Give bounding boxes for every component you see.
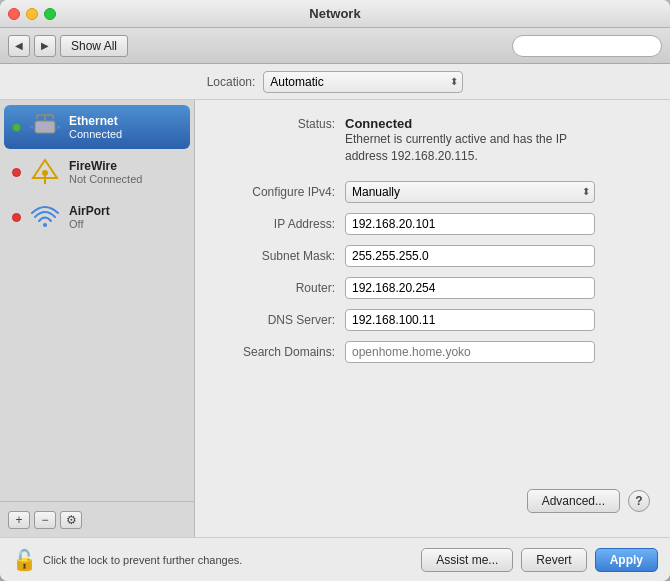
window-title: Network: [309, 6, 360, 21]
airport-name: AirPort: [69, 204, 182, 218]
back-button[interactable]: ◀: [8, 35, 30, 57]
close-button[interactable]: [8, 8, 20, 20]
bottom-bar: 🔓 Click the lock to prevent further chan…: [0, 537, 670, 581]
dns-input[interactable]: [345, 309, 595, 331]
firewire-icon: [29, 156, 61, 188]
ethernet-status: Connected: [69, 128, 182, 140]
dns-label: DNS Server:: [215, 312, 345, 327]
svg-point-11: [42, 170, 48, 176]
airport-item-text: AirPort Off: [69, 204, 182, 230]
search-domains-row: Search Domains:: [215, 341, 650, 363]
airport-status-dot: [12, 213, 21, 222]
firewire-item-text: FireWire Not Connected: [69, 159, 182, 185]
ip-label: IP Address:: [215, 216, 345, 231]
status-description: Ethernet is currently active and has the…: [345, 131, 605, 165]
subnet-row: Subnet Mask:: [215, 245, 650, 267]
title-bar: Network: [0, 0, 670, 28]
router-row: Router:: [215, 277, 650, 299]
toolbar: ◀ ▶ Show All 🔍: [0, 28, 670, 64]
network-window: Network ◀ ▶ Show All 🔍 Location: Automat…: [0, 0, 670, 581]
ethernet-name: Ethernet: [69, 114, 182, 128]
network-settings-button[interactable]: ⚙: [60, 511, 82, 529]
svg-rect-3: [49, 124, 52, 130]
add-network-button[interactable]: +: [8, 511, 30, 529]
router-input[interactable]: [345, 277, 595, 299]
subnet-input[interactable]: [345, 245, 595, 267]
status-value: Connected: [345, 116, 605, 131]
search-domains-input[interactable]: [345, 341, 595, 363]
remove-network-button[interactable]: −: [34, 511, 56, 529]
show-all-button[interactable]: Show All: [60, 35, 128, 57]
assist-button[interactable]: Assist me...: [421, 548, 513, 572]
subnet-label: Subnet Mask:: [215, 248, 345, 263]
ip-row: IP Address:: [215, 213, 650, 235]
ethernet-icon: [29, 111, 61, 143]
ethernet-status-dot: [12, 123, 21, 132]
sidebar-item-airport[interactable]: AirPort Off: [4, 195, 190, 239]
minimize-button[interactable]: [26, 8, 38, 20]
lock-wrapper: 🔓 Click the lock to prevent further chan…: [12, 548, 413, 572]
status-right: Connected Ethernet is currently active a…: [345, 116, 605, 165]
svg-marker-9: [29, 125, 33, 129]
sidebar: Ethernet Connected Fir: [0, 100, 195, 537]
firewire-status: Not Connected: [69, 173, 182, 185]
svg-point-13: [43, 223, 47, 227]
traffic-lights: [8, 8, 56, 20]
configure-label: Configure IPv4:: [215, 184, 345, 199]
search-domains-label: Search Domains:: [215, 344, 345, 359]
sidebar-item-ethernet[interactable]: Ethernet Connected: [4, 105, 190, 149]
detail-panel: Status: Connected Ethernet is currently …: [195, 100, 670, 537]
sidebar-item-firewire[interactable]: FireWire Not Connected: [4, 150, 190, 194]
airport-status: Off: [69, 218, 182, 230]
svg-rect-2: [44, 124, 47, 130]
location-label: Location:: [207, 75, 256, 89]
search-input[interactable]: [512, 35, 662, 57]
sidebar-bottom: + − ⚙: [0, 501, 194, 537]
advanced-row: Advanced... ?: [215, 489, 650, 513]
revert-button[interactable]: Revert: [521, 548, 586, 572]
svg-marker-8: [57, 125, 61, 129]
status-label: Status:: [215, 116, 345, 131]
forward-button[interactable]: ▶: [34, 35, 56, 57]
location-select-wrapper: Automatic Home Work ⬍: [263, 71, 463, 93]
search-wrapper: 🔍: [512, 35, 662, 57]
lock-text: Click the lock to prevent further change…: [43, 554, 242, 566]
airport-icon: [29, 201, 61, 233]
help-button[interactable]: ?: [628, 490, 650, 512]
dns-row: DNS Server:: [215, 309, 650, 331]
firewire-status-dot: [12, 168, 21, 177]
advanced-button[interactable]: Advanced...: [527, 489, 620, 513]
ethernet-item-text: Ethernet Connected: [69, 114, 182, 140]
configure-row: Configure IPv4: Manually Using DHCP Usin…: [215, 181, 650, 203]
sidebar-list: Ethernet Connected Fir: [0, 100, 194, 501]
configure-select[interactable]: Manually Using DHCP Using DHCP with manu…: [345, 181, 595, 203]
ip-input[interactable]: [345, 213, 595, 235]
location-bar: Location: Automatic Home Work ⬍: [0, 64, 670, 100]
lock-icon[interactable]: 🔓: [12, 548, 37, 572]
maximize-button[interactable]: [44, 8, 56, 20]
router-label: Router:: [215, 280, 345, 295]
status-row: Status: Connected Ethernet is currently …: [215, 116, 650, 165]
svg-rect-1: [38, 124, 41, 130]
apply-button[interactable]: Apply: [595, 548, 658, 572]
location-select[interactable]: Automatic Home Work: [263, 71, 463, 93]
spacer: [215, 373, 650, 489]
firewire-name: FireWire: [69, 159, 182, 173]
configure-wrapper: Manually Using DHCP Using DHCP with manu…: [345, 181, 595, 203]
main-content: Ethernet Connected Fir: [0, 100, 670, 537]
